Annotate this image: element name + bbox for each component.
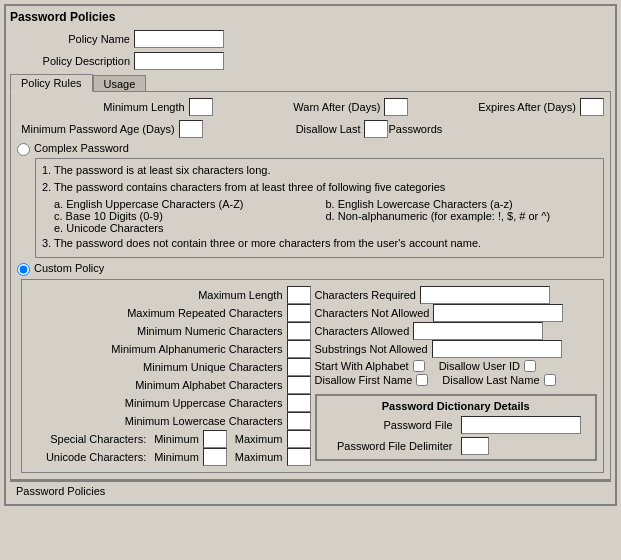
substrings-label: Substrings Not Allowed bbox=[315, 343, 428, 355]
unicode-chars-label: Unicode Characters: bbox=[46, 451, 146, 463]
unicode-chars-row: Unicode Characters: Minimum Maximum bbox=[28, 448, 311, 466]
tab-usage[interactable]: Usage bbox=[93, 75, 147, 92]
min-lowercase-input[interactable] bbox=[287, 412, 311, 430]
complex-line1: 1. The password is at least six characte… bbox=[42, 163, 597, 178]
min-numeric-input[interactable] bbox=[287, 322, 311, 340]
min-alphanumeric-row: Minimum Alphanumeric Characters bbox=[28, 340, 311, 358]
tab-policy-rules[interactable]: Policy Rules bbox=[10, 74, 93, 92]
length-row: Minimum Length Warn After (Days) Expires… bbox=[17, 98, 604, 116]
special-max-input[interactable] bbox=[287, 430, 311, 448]
max-repeated-row: Maximum Repeated Characters bbox=[28, 304, 311, 322]
custom-policy-row: Custom Policy bbox=[17, 262, 604, 276]
cat-e: e. Unicode Characters bbox=[54, 222, 326, 234]
min-alphabet-input[interactable] bbox=[287, 376, 311, 394]
chars-required-label: Characters Required bbox=[315, 289, 417, 301]
max-length-input[interactable] bbox=[287, 286, 311, 304]
min-length-input[interactable] bbox=[189, 98, 213, 116]
min-length-label: Minimum Length bbox=[17, 101, 185, 113]
policy-desc-input[interactable] bbox=[134, 52, 224, 70]
policy-name-input[interactable] bbox=[134, 30, 224, 48]
substrings-row: Substrings Not Allowed bbox=[315, 340, 598, 358]
max-length-label: Maximum Length bbox=[28, 289, 283, 301]
cat-b: b. English Lowercase Characters (a-z) bbox=[326, 198, 598, 210]
min-uppercase-row: Minimum Uppercase Characters bbox=[28, 394, 311, 412]
max-repeated-input[interactable] bbox=[287, 304, 311, 322]
min-age-input[interactable] bbox=[179, 120, 203, 138]
special-min-input[interactable] bbox=[203, 430, 227, 448]
warn-after-input[interactable] bbox=[384, 98, 408, 116]
min-unique-label: Minimum Unique Characters bbox=[28, 361, 283, 373]
min-alphabet-row: Minimum Alphabet Characters bbox=[28, 376, 311, 394]
minimum-label-special: Minimum bbox=[154, 433, 199, 445]
custom-policy-label: Custom Policy bbox=[34, 262, 104, 274]
policy-name-label: Policy Name bbox=[10, 33, 130, 45]
start-alphabet-label: Start With Alphabet bbox=[315, 360, 409, 372]
min-unique-input[interactable] bbox=[287, 358, 311, 376]
min-lowercase-label: Minimum Lowercase Characters bbox=[28, 415, 283, 427]
min-alphanumeric-input[interactable] bbox=[287, 340, 311, 358]
password-delimiter-label: Password File Delimiter bbox=[323, 440, 453, 452]
cat-a: a. English Uppercase Characters (A-Z) bbox=[54, 198, 326, 210]
chars-allowed-row: Characters Allowed bbox=[315, 322, 598, 340]
chars-required-row: Characters Required bbox=[315, 286, 598, 304]
disallow-user-id-checkbox[interactable] bbox=[524, 360, 536, 372]
disallow-first-name-label: Disallow First Name bbox=[315, 374, 413, 386]
chars-not-allowed-row: Characters Not Allowed bbox=[315, 304, 598, 322]
chars-allowed-label: Characters Allowed bbox=[315, 325, 410, 337]
complex-categories: a. English Uppercase Characters (A-Z) b.… bbox=[54, 198, 597, 234]
unicode-min-input[interactable] bbox=[203, 448, 227, 466]
policy-name-row: Policy Name bbox=[10, 30, 611, 48]
special-chars-row: Special Characters: Minimum Maximum bbox=[28, 430, 311, 448]
password-file-label: Password File bbox=[323, 419, 453, 431]
custom-left: Maximum Length Maximum Repeated Characte… bbox=[28, 286, 311, 466]
password-delimiter-row: Password File Delimiter bbox=[323, 437, 590, 455]
chars-allowed-input[interactable] bbox=[413, 322, 543, 340]
chars-not-allowed-label: Characters Not Allowed bbox=[315, 307, 430, 319]
maximum-label-unicode: Maximum bbox=[235, 451, 283, 463]
disallow-last-label: Disallow Last bbox=[203, 123, 361, 135]
disallow-last-name-checkbox[interactable] bbox=[544, 374, 556, 386]
custom-box: Maximum Length Maximum Repeated Characte… bbox=[21, 279, 604, 473]
top-fields: Policy Name Policy Description bbox=[10, 30, 611, 70]
password-file-row: Password File bbox=[323, 416, 590, 434]
chars-required-input[interactable] bbox=[420, 286, 550, 304]
max-length-row: Maximum Length bbox=[28, 286, 311, 304]
disallow-names-row: Disallow First Name Disallow Last Name bbox=[315, 374, 598, 386]
complex-line2: 2. The password contains characters from… bbox=[42, 180, 597, 195]
expires-after-label: Expires After (Days) bbox=[408, 101, 576, 113]
disallow-last-input[interactable] bbox=[364, 120, 388, 138]
panel-title: Password Policies bbox=[10, 10, 611, 24]
disallow-last-name-label: Disallow Last Name bbox=[442, 374, 539, 386]
tabs-bar: Policy Rules Usage bbox=[10, 74, 611, 92]
disallow-first-name-checkbox[interactable] bbox=[416, 374, 428, 386]
chars-not-allowed-input[interactable] bbox=[433, 304, 563, 322]
min-uppercase-input[interactable] bbox=[287, 394, 311, 412]
start-alphabet-row: Start With Alphabet Disallow User ID bbox=[315, 360, 598, 372]
maximum-label-special: Maximum bbox=[235, 433, 283, 445]
min-uppercase-label: Minimum Uppercase Characters bbox=[28, 397, 283, 409]
cat-d: d. Non-alphanumeric (for example: !, $, … bbox=[326, 210, 598, 222]
passwords-label: Passwords bbox=[388, 123, 442, 135]
substrings-input[interactable] bbox=[432, 340, 562, 358]
complex-line3: 3. The password does not contain three o… bbox=[42, 236, 597, 251]
custom-radio[interactable] bbox=[17, 263, 30, 276]
unicode-max-input[interactable] bbox=[287, 448, 311, 466]
special-chars-label: Special Characters: bbox=[50, 433, 146, 445]
start-alphabet-checkbox[interactable] bbox=[413, 360, 425, 372]
min-alphanumeric-label: Minimum Alphanumeric Characters bbox=[28, 343, 283, 355]
bottom-bar: Password Policies bbox=[10, 480, 611, 500]
min-numeric-label: Minimum Numeric Characters bbox=[28, 325, 283, 337]
min-lowercase-row: Minimum Lowercase Characters bbox=[28, 412, 311, 430]
min-numeric-row: Minimum Numeric Characters bbox=[28, 322, 311, 340]
main-panel: Password Policies Policy Name Policy Des… bbox=[4, 4, 617, 506]
password-delimiter-input[interactable] bbox=[461, 437, 489, 455]
complex-password-row: Complex Password bbox=[17, 142, 604, 156]
expires-after-input[interactable] bbox=[580, 98, 604, 116]
complex-radio[interactable] bbox=[17, 143, 30, 156]
min-alphabet-label: Minimum Alphabet Characters bbox=[28, 379, 283, 391]
complex-password-label: Complex Password bbox=[34, 142, 129, 154]
dict-box: Password Dictionary Details Password Fil… bbox=[315, 394, 598, 461]
minimum-label-unicode: Minimum bbox=[154, 451, 199, 463]
password-file-input[interactable] bbox=[461, 416, 581, 434]
complex-box: 1. The password is at least six characte… bbox=[35, 158, 604, 258]
